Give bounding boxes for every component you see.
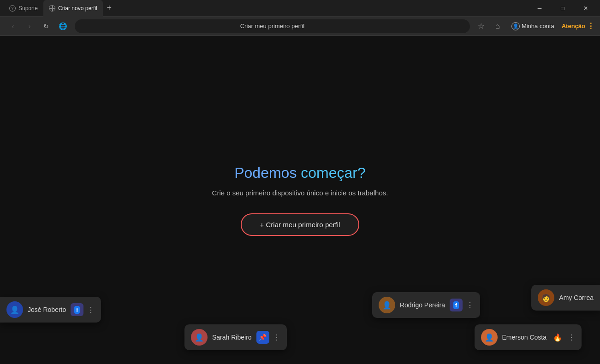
- tab-criar-perfil[interactable]: Criar novo perfil: [43, 0, 103, 17]
- jose-more-icon[interactable]: ⋮: [87, 305, 95, 314]
- back-icon: ‹: [12, 23, 14, 30]
- profile-card-amy: 🧑 Amy Correa: [531, 285, 600, 311]
- nav-bar: ‹ › ↻ 🌐 Criar meu primeiro perfil ☆ ⌂ 👤 …: [0, 17, 600, 36]
- attention-dots-icon: ⋮: [587, 22, 594, 30]
- profile-name-sarah: Sarah Ribeiro: [212, 334, 252, 341]
- tab-criar-perfil-label: Criar novo perfil: [58, 5, 97, 12]
- tab-suporte-label: Suporte: [18, 5, 38, 12]
- emerson-actions: 🔥 ⋮: [551, 331, 575, 344]
- emerson-action-icon[interactable]: 🔥: [551, 331, 564, 344]
- account-button[interactable]: 👤 Minha conta: [508, 20, 558, 32]
- create-first-profile-button[interactable]: + Criar meu primeiro perfil: [241, 213, 360, 236]
- nav-right-controls: ☆ ⌂ 👤 Minha conta Atenção ⋮: [475, 20, 594, 33]
- headline: Podemos começar?: [234, 164, 366, 182]
- title-bar: ? Suporte Criar novo perfil + ─ □ ✕: [0, 0, 600, 17]
- new-tab-button[interactable]: +: [103, 2, 116, 15]
- jose-facebook-icon[interactable]: f: [71, 303, 83, 316]
- profile-card-rodrigo: 👤 Rodrigo Pereira f ⋮: [372, 292, 480, 318]
- account-label: Minha conta: [522, 23, 554, 29]
- forward-icon: ›: [29, 23, 31, 30]
- sarah-action-icon[interactable]: 📌: [256, 331, 269, 344]
- address-bar[interactable]: Criar meu primeiro perfil: [75, 19, 470, 33]
- tab-suporte[interactable]: ? Suporte: [4, 0, 43, 17]
- rodrigo-more-icon[interactable]: ⋮: [466, 301, 474, 310]
- maximize-button[interactable]: □: [552, 1, 573, 16]
- rodrigo-facebook-icon[interactable]: f: [450, 299, 463, 311]
- window-controls: ─ □ ✕: [529, 1, 596, 16]
- avatar-jose: 👤: [6, 301, 23, 318]
- address-bar-text: Criar meu primeiro perfil: [240, 23, 304, 29]
- refresh-button[interactable]: ↻: [39, 19, 53, 34]
- avatar-amy: 🧑: [538, 289, 554, 306]
- jose-actions: f ⋮: [71, 303, 95, 316]
- question-icon: ?: [9, 5, 16, 12]
- home-button[interactable]: ⌂: [491, 20, 504, 33]
- favorite-button[interactable]: ☆: [475, 20, 487, 33]
- profile-name-emerson: Emerson Costa: [502, 334, 547, 341]
- avatar-rodrigo: 👤: [379, 297, 395, 313]
- profile-card-sarah: 👤 Sarah Ribeiro 📌 ⋮: [184, 324, 287, 350]
- profile-name-jose: José Roberto: [28, 306, 66, 313]
- sarah-actions: 📌 ⋮: [256, 331, 280, 344]
- subtitle: Crie o seu primeiro dispositivo único e …: [212, 189, 388, 197]
- avatar-emerson: 👤: [481, 329, 498, 346]
- globe-nav-icon: 🌐: [55, 19, 70, 34]
- close-button[interactable]: ✕: [575, 1, 596, 16]
- account-icon: 👤: [511, 22, 520, 30]
- attention-button[interactable]: Atenção ⋮: [562, 22, 594, 30]
- forward-button[interactable]: ›: [22, 19, 37, 34]
- globe-icon: [49, 5, 55, 12]
- avatar-sarah: 👤: [191, 329, 208, 346]
- profile-name-rodrigo: Rodrigo Pereira: [400, 301, 445, 309]
- rodrigo-actions: f ⋮: [450, 299, 474, 311]
- attention-label: Atenção: [562, 23, 585, 29]
- headline-white: Podemos: [234, 164, 297, 181]
- profile-card-jose: 👤 José Roberto f ⋮: [0, 297, 101, 323]
- headline-blue: começar?: [301, 164, 366, 181]
- refresh-icon: ↻: [43, 23, 49, 30]
- sarah-more-icon[interactable]: ⋮: [273, 333, 280, 342]
- profile-card-emerson: 👤 Emerson Costa 🔥 ⋮: [475, 324, 582, 350]
- emerson-more-icon[interactable]: ⋮: [568, 333, 575, 342]
- back-button[interactable]: ‹: [6, 19, 20, 34]
- profile-name-amy: Amy Correa: [559, 294, 594, 301]
- minimize-button[interactable]: ─: [529, 1, 550, 16]
- main-content: Podemos começar? Crie o seu primeiro dis…: [0, 36, 600, 364]
